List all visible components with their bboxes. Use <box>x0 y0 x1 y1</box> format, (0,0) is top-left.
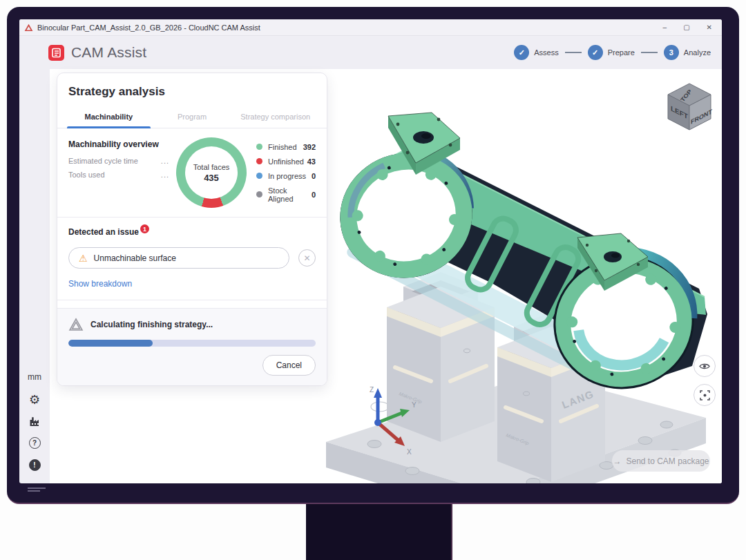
metric-value: ... <box>161 157 169 165</box>
cancel-button[interactable]: Cancel <box>262 355 316 376</box>
axis-x-label: X <box>407 448 412 456</box>
faces-legend: Finished 392 Unfinished 43 In progress <box>254 143 316 203</box>
machinability-overview-section: Machinability overview Estimated cycle t… <box>57 128 327 218</box>
tab-program[interactable]: Program <box>151 106 234 128</box>
issues-heading: Detected an issue <box>68 227 139 237</box>
donut-center: Total faces 435 <box>185 146 238 199</box>
metric-value: ... <box>161 171 169 179</box>
close-button[interactable]: ✕ <box>707 24 712 31</box>
legend-dot <box>256 173 262 179</box>
cloudnc-logo-icon <box>68 318 84 331</box>
window-titlebar: Binocular Part_CAM_Assist_2.0_GB_2026 - … <box>19 19 722 36</box>
overview-heading: Machinability overview <box>68 139 169 149</box>
fit-view-button[interactable] <box>694 384 716 406</box>
progress-label: Calculating finishing strategy... <box>90 320 213 329</box>
settings-gear-icon[interactable]: ⚙ <box>29 394 40 406</box>
legend-dot <box>256 158 262 164</box>
step-assess[interactable]: Assess <box>514 45 558 60</box>
minimize-button[interactable]: – <box>663 24 667 31</box>
step-analyze[interactable]: 3 Analyze <box>664 45 711 60</box>
progress-bar <box>68 340 316 347</box>
step-connector <box>565 52 582 53</box>
legend-row-stock-aligned: Stock Aligned 0 <box>256 186 316 203</box>
workflow-stepper: Assess Prepare 3 Analyze <box>514 45 711 60</box>
legend-dot <box>256 191 262 197</box>
metric-tools-used: Tools used ... <box>68 171 169 179</box>
show-breakdown-link[interactable]: Show breakdown <box>68 279 132 289</box>
axis-y-label: Y <box>412 401 417 409</box>
issue-count-badge: 1 <box>140 224 149 233</box>
app-name: CAM Assist <box>71 44 146 61</box>
check-icon <box>514 45 529 60</box>
panel-tabs: Machinability Program Strategy compariso… <box>57 106 327 128</box>
step-prepare[interactable]: Prepare <box>588 45 635 60</box>
step-number: 3 <box>664 45 679 60</box>
app-window: Binocular Part_CAM_Assist_2.0_GB_2026 - … <box>19 19 722 483</box>
monitor-frame: Binocular Part_CAM_Assist_2.0_GB_2026 - … <box>7 7 739 504</box>
legend-row-in-progress: In progress 0 <box>256 172 316 180</box>
left-toolbar: mm ⚙ ? ! <box>19 69 50 483</box>
axis-z-label: Z <box>370 386 374 394</box>
legend-row-finished: Finished 392 <box>256 143 316 151</box>
dismiss-issue-button[interactable]: ✕ <box>298 249 316 267</box>
machine-icon[interactable] <box>29 416 41 427</box>
monitor-stand <box>306 504 452 560</box>
visibility-button[interactable] <box>694 355 716 377</box>
step-connector <box>641 52 658 53</box>
window-title: Binocular Part_CAM_Assist_2.0_GB_2026 - … <box>37 23 663 32</box>
panel-title: Strategy analysis <box>57 73 327 106</box>
issue-unmachinable-surface[interactable]: ⚠ Unmachinable surface <box>68 247 289 269</box>
strategy-analysis-panel: Strategy analysis Machinability Program … <box>57 73 327 386</box>
send-to-cam-button[interactable]: → Send to CAM package <box>612 450 710 472</box>
view-cube[interactable]: TOP LEFT FRONT <box>665 81 714 133</box>
progress-bar-fill <box>68 340 153 347</box>
alerts-icon[interactable]: ! <box>29 459 41 471</box>
app-header: CAM Assist Assess Prepare 3 Analyze <box>19 36 722 69</box>
check-icon <box>588 45 603 60</box>
arrow-right-icon: → <box>613 456 621 466</box>
tab-machinability[interactable]: Machinability <box>67 106 151 128</box>
cam-assist-logo-icon <box>48 45 64 61</box>
warning-icon: ⚠ <box>79 253 88 263</box>
tab-strategy-comparison[interactable]: Strategy comparison <box>233 106 317 128</box>
legend-row-unfinished: Unfinished 43 <box>256 157 316 166</box>
3d-viewport: Makro-Grip <box>50 69 722 483</box>
help-icon[interactable]: ? <box>29 437 41 449</box>
cloudnc-triangle-icon <box>24 23 33 32</box>
total-faces-donut: Total faces 435 <box>176 137 247 208</box>
maximize-button[interactable]: ▢ <box>683 24 689 31</box>
metric-cycle-time: Estimated cycle time ... <box>68 157 169 165</box>
calculation-progress-section: Calculating finishing strategy... Cancel <box>57 308 327 385</box>
eye-icon <box>699 363 710 370</box>
fit-view-icon <box>700 390 710 400</box>
legend-dot <box>256 144 262 150</box>
units-selector[interactable]: mm <box>28 372 41 382</box>
monitor-brand-mark <box>28 487 46 493</box>
detected-issue-section: Detected an issue 1 ⚠ Unmachinable surfa… <box>57 218 327 300</box>
part-ring-left <box>325 137 486 292</box>
